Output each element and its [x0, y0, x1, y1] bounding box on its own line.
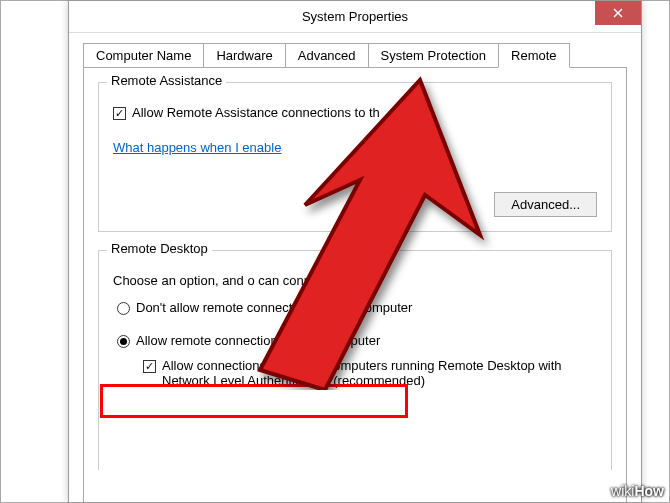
close-button[interactable]	[595, 1, 641, 25]
watermark: wikiHow	[611, 483, 664, 499]
radio-allow-label: Allow remote connections to this compute…	[136, 333, 380, 348]
radio-deny[interactable]	[117, 302, 130, 315]
watermark-wiki: wiki	[611, 483, 634, 499]
advanced-button[interactable]: Advanced...	[494, 192, 597, 217]
tab-advanced[interactable]: Advanced	[285, 43, 369, 68]
nla-row[interactable]: Allow connections only from computers ru…	[143, 358, 597, 388]
nla-checkbox[interactable]	[143, 360, 156, 373]
remote-desktop-instruction: Choose an option, and o can connect.	[113, 273, 597, 288]
radio-allow-row[interactable]: Allow remote connections to this compute…	[117, 333, 597, 348]
allow-remote-assistance-checkbox[interactable]	[113, 107, 126, 120]
remote-assistance-legend: Remote Assistance	[107, 73, 226, 88]
radio-deny-label: Don't allow remote connections to this c…	[136, 300, 412, 315]
tab-remote[interactable]: Remote	[498, 43, 570, 68]
remote-desktop-group: Remote Desktop Choose an option, and o c…	[98, 250, 612, 470]
titlebar: System Properties	[69, 1, 641, 33]
tab-hardware[interactable]: Hardware	[203, 43, 285, 68]
allow-remote-assistance-row[interactable]: Allow Remote Assistance connections to t…	[113, 105, 597, 120]
system-properties-dialog: System Properties Computer Name Hardware…	[68, 0, 642, 503]
allow-remote-assistance-label: Allow Remote Assistance connections to t…	[132, 105, 380, 120]
tab-system-protection[interactable]: System Protection	[368, 43, 500, 68]
radio-deny-row[interactable]: Don't allow remote connections to this c…	[117, 300, 597, 315]
close-icon	[613, 8, 623, 18]
nla-label: Allow connections only from computers ru…	[162, 358, 582, 388]
tab-remote-panel: Remote Assistance Allow Remote Assistanc…	[83, 67, 627, 503]
tab-strip: Computer Name Hardware Advanced System P…	[69, 33, 641, 68]
remote-desktop-legend: Remote Desktop	[107, 241, 212, 256]
radio-allow[interactable]	[117, 335, 130, 348]
remote-assistance-group: Remote Assistance Allow Remote Assistanc…	[98, 82, 612, 232]
remote-assistance-help-link[interactable]: What happens when I enable	[113, 140, 281, 155]
dialog-title: System Properties	[302, 9, 408, 24]
tab-computer-name[interactable]: Computer Name	[83, 43, 204, 68]
watermark-how: How	[634, 483, 664, 499]
